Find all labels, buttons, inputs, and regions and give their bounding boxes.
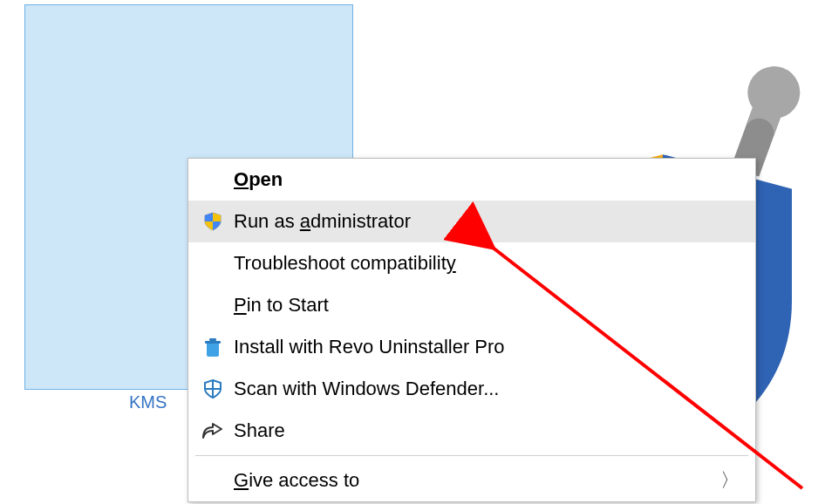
svg-rect-1: [205, 341, 221, 344]
menu-item-label: Share: [234, 419, 285, 442]
menu-item-5[interactable]: Scan with Windows Defender...: [188, 368, 755, 410]
menu-item-4[interactable]: Install with Revo Uninstaller Pro: [188, 326, 755, 368]
menu-separator: [195, 455, 748, 456]
menu-item-label: Open: [234, 168, 283, 191]
context-menu: Open Run as administratorTroubleshoot co…: [188, 158, 756, 502]
defender-icon: [201, 377, 225, 401]
menu-item-6[interactable]: Share: [188, 410, 755, 452]
svg-rect-2: [209, 338, 216, 341]
menu-item-2[interactable]: Troubleshoot compatibility: [188, 242, 755, 284]
menu-item-label: Troubleshoot compatibility: [234, 252, 456, 275]
menu-item-0[interactable]: Open: [188, 159, 755, 201]
menu-item-3[interactable]: Pin to Start: [188, 284, 755, 326]
shield-uac-icon: [201, 209, 225, 234]
menu-item-1[interactable]: Run as administrator: [188, 201, 755, 242]
menu-item-label: Run as administrator: [234, 210, 411, 233]
share-icon: [201, 419, 225, 443]
menu-item-label: Scan with Windows Defender...: [234, 378, 499, 400]
desktop-icon-label: KMS: [129, 392, 167, 412]
chevron-right-icon: 〉: [720, 467, 740, 494]
menu-item-label: Pin to Start: [234, 294, 329, 317]
menu-item-label: Give access to: [234, 469, 359, 492]
menu-item-label: Install with Revo Uninstaller Pro: [234, 336, 505, 358]
revo-icon: [201, 335, 225, 359]
menu-item-8[interactable]: Give access to〉: [188, 460, 755, 501]
